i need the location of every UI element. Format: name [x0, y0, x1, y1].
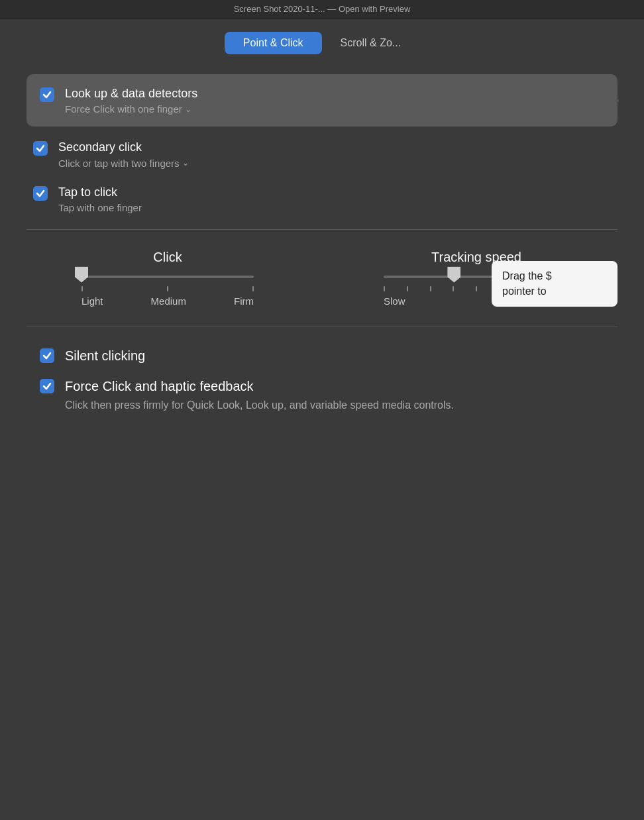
tap-to-click-checkbox[interactable]: [33, 186, 48, 201]
tab-scroll-zoom[interactable]: Scroll & Zo...: [322, 32, 420, 54]
force-click-desc: Click then press firmly for Quick Look, …: [65, 397, 454, 413]
tap-to-click-row: Tap to click Tap with one finger: [27, 185, 617, 213]
tap-to-click-title: Tap to click: [58, 185, 142, 200]
bottom-settings: Silent clicking Force Click and haptic f…: [27, 340, 617, 433]
secondary-click-chevron-icon: ⌄: [182, 158, 189, 168]
content-area: Look up & data detectors Force Click wit…: [0, 61, 644, 446]
click-slider-thumb[interactable]: [75, 267, 88, 283]
lookup-title: Look up & data detectors: [65, 86, 197, 101]
divider-1: [27, 229, 617, 230]
checkmark-icon-2: [36, 144, 45, 153]
lookup-detectors-row: Look up & data detectors Force Click wit…: [27, 74, 617, 127]
track-tick-4: [453, 286, 454, 291]
tap-to-click-subtitle: Tap with one finger: [58, 202, 142, 213]
tick-3: [252, 286, 254, 291]
silent-clicking-text: Silent clicking: [65, 347, 145, 364]
click-label-light: Light: [81, 295, 103, 307]
tracking-label-slow: Slow: [384, 295, 405, 307]
lookup-checkbox[interactable]: [40, 87, 54, 102]
track-tick-3: [430, 286, 431, 291]
tick-1: [81, 286, 83, 291]
checkmark-icon: [42, 90, 52, 99]
track-tick-2: [407, 286, 408, 291]
title-bar-text: Screen Shot 2020-11-... — Open with Prev…: [234, 4, 411, 14]
force-click-row: Force Click and haptic feedback Click th…: [40, 378, 604, 413]
force-click-text: Force Click and haptic feedback Click th…: [65, 378, 454, 413]
checkmark-icon-4: [42, 351, 52, 360]
tooltip-line1: Drag the $: [502, 270, 552, 282]
click-label-firm: Firm: [234, 295, 254, 307]
track-tick-1: [384, 286, 385, 291]
track-tick-5: [476, 286, 477, 291]
secondary-click-checkbox[interactable]: [33, 141, 48, 156]
checkmark-icon-3: [36, 189, 45, 198]
click-slider-label: Click: [153, 250, 182, 265]
tab-bar: Point & Click Scroll & Zo...: [0, 19, 644, 61]
tracking-slider-thumb[interactable]: [447, 267, 460, 283]
drag-tooltip: Drag the $ pointer to: [492, 261, 617, 307]
tooltip-line2: pointer to: [502, 285, 547, 297]
force-click-checkbox[interactable]: [40, 379, 54, 393]
secondary-click-text: Secondary click Click or tap with two fi…: [58, 140, 189, 168]
tab-point-click[interactable]: Point & Click: [225, 32, 322, 54]
secondary-click-subtitle[interactable]: Click or tap with two fingers ⌄: [58, 158, 189, 169]
secondary-click-row: Secondary click Click or tap with two fi…: [27, 140, 617, 168]
title-bar: Screen Shot 2020-11-... — Open with Prev…: [0, 0, 644, 19]
lookup-chevron-icon: ⌄: [185, 105, 191, 114]
secondary-click-title: Secondary click: [58, 140, 189, 155]
silent-clicking-checkbox[interactable]: [40, 348, 54, 363]
click-label-medium: Medium: [151, 295, 186, 307]
force-click-title: Force Click and haptic feedback: [65, 378, 454, 395]
tick-2: [167, 286, 168, 291]
lookup-text: Look up & data detectors Force Click wit…: [65, 86, 197, 115]
lookup-subtitle[interactable]: Force Click with one finger ⌄: [65, 103, 197, 115]
silent-clicking-title: Silent clicking: [65, 347, 145, 364]
click-slider-track: [81, 276, 254, 278]
silent-clicking-row: Silent clicking: [40, 347, 604, 364]
click-slider-container: [81, 276, 254, 278]
sliders-section: Click Light Medium Firm: [27, 243, 617, 313]
divider-2: [27, 327, 617, 327]
checkmark-icon-5: [42, 382, 52, 391]
tap-to-click-text: Tap to click Tap with one finger: [58, 185, 142, 213]
click-slider-group: Click Light Medium Firm: [40, 250, 295, 307]
